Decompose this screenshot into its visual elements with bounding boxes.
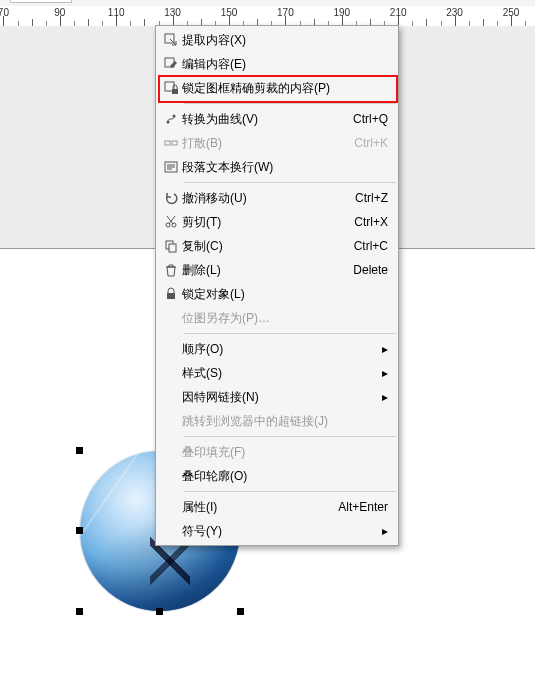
menu-item-label: 复制(C) — [182, 234, 223, 258]
menu-item-jump: 跳转到浏览器中的超链接(J) — [156, 409, 398, 433]
menu-separator — [184, 333, 396, 334]
menu-item-label: 跳转到浏览器中的超链接(J) — [182, 409, 328, 433]
menu-item-shortcut: Delete — [353, 258, 388, 282]
menu-separator — [184, 436, 396, 437]
menu-item-label: 叠印轮廓(O) — [182, 464, 247, 488]
menu-item-prop[interactable]: 属性(I)Alt+Enter — [156, 495, 398, 519]
ruler-tick-label: 130 — [164, 7, 181, 18]
ruler-tick-minor — [88, 19, 89, 26]
menu-item-del[interactable]: 删除(L)Delete — [156, 258, 398, 282]
menu-item-label: 打散(B) — [182, 131, 222, 155]
svg-rect-7 — [172, 141, 177, 145]
menu-item-shortcut: Alt+Enter — [338, 495, 388, 519]
menu-item-hyper[interactable]: 因特网链接(N)▸ — [156, 385, 398, 409]
menu-item-tocurve[interactable]: 转换为曲线(V)Ctrl+Q — [156, 107, 398, 131]
menu-item-overout[interactable]: 叠印轮廓(O) — [156, 464, 398, 488]
menu-item-cut[interactable]: 剪切(T)Ctrl+X — [156, 210, 398, 234]
selection-handle-sw[interactable] — [76, 608, 83, 615]
cut-icon — [160, 214, 182, 230]
menu-item-shortcut: Ctrl+C — [354, 234, 388, 258]
context-menu[interactable]: 提取内容(X)编辑内容(E)锁定图框精确剪裁的内容(P)转换为曲线(V)Ctrl… — [155, 25, 399, 546]
menu-item-label: 叠印填充(F) — [182, 440, 245, 464]
menu-item-label: 位图另存为(P)… — [182, 306, 270, 330]
numeric-input-stub[interactable] — [10, 0, 72, 3]
tocurve-icon — [160, 111, 182, 127]
svg-rect-16 — [167, 293, 175, 299]
ruler-tick-label: 190 — [333, 7, 350, 18]
menu-item-label: 删除(L) — [182, 258, 221, 282]
ruler-tick-minor — [32, 19, 33, 26]
undo-icon — [160, 190, 182, 206]
menu-item-lock[interactable]: 锁定对象(L) — [156, 282, 398, 306]
menu-item-shortcut: Ctrl+Z — [355, 186, 388, 210]
horizontal-ruler: 7090110130150170190210230250 — [0, 6, 535, 27]
lock-icon — [160, 286, 182, 302]
frame-out-icon — [160, 32, 182, 48]
selection-handle-nw[interactable] — [76, 447, 83, 454]
menu-item-break: 打散(B)Ctrl+K — [156, 131, 398, 155]
menu-item-label: 顺序(O) — [182, 337, 223, 361]
ruler-tick-minor — [483, 19, 484, 26]
menu-separator — [184, 491, 396, 492]
ruler-tick-minor — [144, 19, 145, 26]
ruler-tick-label: 70 — [0, 7, 9, 18]
menu-item-label: 属性(I) — [182, 495, 217, 519]
svg-rect-6 — [165, 141, 170, 145]
ruler-tick-label: 90 — [54, 7, 65, 18]
menu-item-label: 段落文本换行(W) — [182, 155, 273, 179]
selection-handle-se[interactable] — [237, 608, 244, 615]
menu-item-wrap[interactable]: 段落文本换行(W) — [156, 155, 398, 179]
menu-item-editcont[interactable]: 编辑内容(E) — [156, 52, 398, 76]
menu-item-shortcut: Ctrl+X — [354, 210, 388, 234]
menu-item-copy[interactable]: 复制(C)Ctrl+C — [156, 234, 398, 258]
menu-item-label: 提取内容(X) — [182, 28, 246, 52]
svg-rect-15 — [169, 244, 176, 252]
menu-item-style[interactable]: 样式(S)▸ — [156, 361, 398, 385]
frame-lock-icon — [160, 80, 182, 96]
menu-item-label: 样式(S) — [182, 361, 222, 385]
menu-item-label: 转换为曲线(V) — [182, 107, 258, 131]
break-icon — [160, 135, 182, 151]
ruler-tick-label: 170 — [277, 7, 294, 18]
menu-item-shortcut: Ctrl+Q — [353, 107, 388, 131]
menu-item-lockclip[interactable]: 锁定图框精确剪裁的内容(P) — [156, 76, 398, 100]
menu-item-overfill: 叠印填充(F) — [156, 440, 398, 464]
ruler-tick-label: 110 — [108, 7, 125, 18]
menu-item-extract[interactable]: 提取内容(X) — [156, 28, 398, 52]
submenu-arrow-icon: ▸ — [382, 519, 388, 543]
frame-edit-icon — [160, 56, 182, 72]
ruler-tick-label: 250 — [503, 7, 520, 18]
delete-icon — [160, 262, 182, 278]
menu-item-shortcut: Ctrl+K — [354, 131, 388, 155]
menu-item-label: 因特网链接(N) — [182, 385, 259, 409]
menu-item-label: 剪切(T) — [182, 210, 221, 234]
ruler-tick-label: 150 — [221, 7, 238, 18]
copy-icon — [160, 238, 182, 254]
menu-item-label: 编辑内容(E) — [182, 52, 246, 76]
selection-handle-w[interactable] — [76, 527, 83, 534]
ruler-tick-minor — [426, 19, 427, 26]
ruler-tick-label: 210 — [390, 7, 407, 18]
menu-item-symbol[interactable]: 符号(Y)▸ — [156, 519, 398, 543]
menu-separator — [184, 103, 396, 104]
submenu-arrow-icon: ▸ — [382, 337, 388, 361]
wrap-icon — [160, 159, 182, 175]
menu-item-label: 锁定对象(L) — [182, 282, 245, 306]
menu-item-undo[interactable]: 撤消移动(U)Ctrl+Z — [156, 186, 398, 210]
menu-item-label: 符号(Y) — [182, 519, 222, 543]
menu-item-order[interactable]: 顺序(O)▸ — [156, 337, 398, 361]
svg-rect-3 — [172, 89, 178, 94]
menu-separator — [184, 182, 396, 183]
submenu-arrow-icon: ▸ — [382, 361, 388, 385]
menu-item-label: 撤消移动(U) — [182, 186, 247, 210]
ruler-tick-label: 230 — [446, 7, 463, 18]
selection-handle-s[interactable] — [156, 608, 163, 615]
menu-item-label: 锁定图框精确剪裁的内容(P) — [182, 76, 330, 100]
menu-item-saveas: 位图另存为(P)… — [156, 306, 398, 330]
submenu-arrow-icon: ▸ — [382, 385, 388, 409]
